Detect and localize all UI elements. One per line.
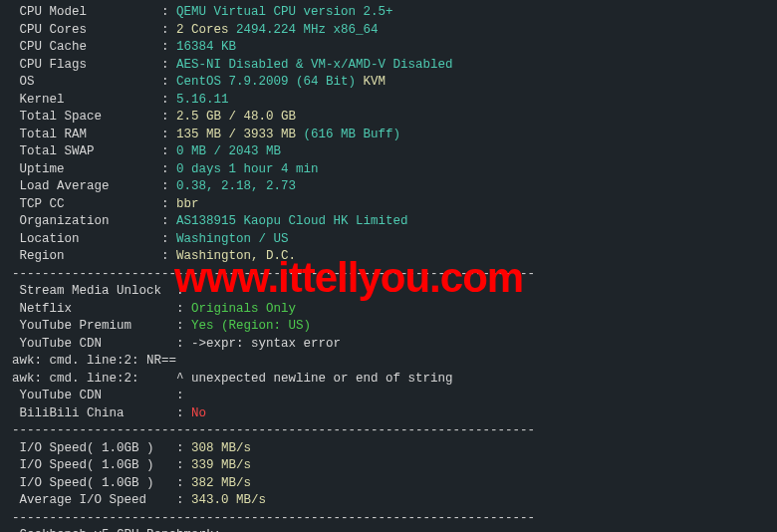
cpu-cache-value: 16384 KB [176, 40, 236, 54]
stream-header: Stream Media Unlock [20, 284, 162, 298]
region-label: Region [20, 249, 65, 263]
tcp-cc-row: TCP CC : bbr [12, 196, 765, 214]
kernel-label: Kernel [20, 93, 65, 107]
bilibili-value: No [191, 406, 206, 420]
kernel-row: Kernel : 5.16.11 [12, 92, 765, 110]
awk-msg: ^ unexpected newline or end of string [176, 372, 453, 386]
youtube-cdn-value: ->expr: syntax error [191, 337, 341, 351]
total-ram-value: 135 MB / 3933 MB [176, 128, 296, 141]
awk-prefix: awk: cmd. line:2: [12, 372, 176, 386]
cpu-model-label: CPU Model [20, 5, 88, 19]
youtube-premium-label: YouTube Premium [20, 319, 132, 333]
io-avg-value: 343.0 MB/s [191, 493, 266, 507]
geekbench-header: Geekbench v5 CPU Benchmark: [20, 528, 222, 532]
cpu-model-value: QEMU Virtual CPU version 2.5+ [176, 5, 393, 19]
io-test3-row: I/O Speed( 1.0GB ) : 382 MB/s [12, 475, 765, 493]
io-test2-row: I/O Speed( 1.0GB ) : 339 MB/s [12, 457, 765, 475]
uptime-value: 0 days 1 hour 4 min [176, 162, 319, 176]
location-row: Location : Washington / US [12, 231, 765, 249]
bilibili-row: BiliBili China : No [12, 405, 765, 423]
cpu-flags-row: CPU Flags : AES-NI Disabled & VM-x/AMD-V… [12, 57, 765, 75]
total-space-row: Total Space : 2.5 GB / 48.0 GB [12, 109, 765, 127]
organization-value: AS138915 Kaopu Cloud HK Limited [176, 214, 408, 228]
load-avg-row: Load Average : 0.38, 2.18, 2.73 [12, 178, 765, 196]
organization-label: Organization [20, 214, 110, 228]
bilibili-label: BiliBili China [20, 406, 125, 420]
cpu-cache-label: CPU Cache [20, 40, 88, 54]
youtube-cdn2-row: YouTube CDN : [12, 388, 765, 405]
os-extra: KVM [364, 75, 387, 89]
geekbench-header-row: Geekbench v5 CPU Benchmark: [12, 527, 765, 532]
io-avg-row: Average I/O Speed : 343.0 MB/s [12, 492, 765, 510]
load-avg-value: 0.38, 2.18, 2.73 [176, 179, 296, 193]
youtube-cdn2-label: YouTube CDN [20, 389, 103, 402]
total-swap-row: Total SWAP : 0 MB / 2043 MB [12, 143, 765, 161]
io-test2-label: I/O Speed( 1.0GB ) [20, 458, 154, 472]
io-test1-row: I/O Speed( 1.0GB ) : 308 MB/s [12, 440, 765, 458]
total-ram-extra: (616 MB Buff) [304, 128, 401, 141]
tcp-cc-value: bbr [176, 197, 199, 211]
uptime-label: Uptime [20, 162, 65, 176]
youtube-premium-value: Yes (Region: US) [191, 319, 311, 333]
awk-error-2: awk: cmd. line:2: ^ unexpected newline o… [12, 371, 765, 389]
location-label: Location [20, 232, 80, 246]
location-value: Washington / US [176, 232, 289, 246]
cpu-cores-extra: 2494.224 MHz x86_64 [236, 23, 379, 37]
cpu-cores-label: CPU Cores [20, 23, 88, 37]
cpu-flags-label: CPU Flags [20, 58, 88, 72]
total-ram-row: Total RAM : 135 MB / 3933 MB (616 MB Buf… [12, 127, 765, 144]
cpu-model-row: CPU Model : QEMU Virtual CPU version 2.5… [12, 4, 765, 22]
total-space-label: Total Space [20, 110, 103, 124]
io-test3-label: I/O Speed( 1.0GB ) [20, 476, 154, 490]
divider: ----------------------------------------… [12, 422, 765, 440]
cpu-cache-row: CPU Cache : 16384 KB [12, 39, 765, 57]
watermark-text: www.ittellyou.com [174, 249, 523, 308]
kernel-value: 5.16.11 [176, 93, 229, 107]
youtube-cdn-label: YouTube CDN [20, 337, 103, 351]
netflix-label: Netflix [20, 302, 73, 316]
cpu-cores-row: CPU Cores : 2 Cores 2494.224 MHz x86_64 [12, 22, 765, 40]
io-test1-label: I/O Speed( 1.0GB ) [20, 441, 154, 455]
youtube-premium-row: YouTube Premium : Yes (Region: US) [12, 318, 765, 336]
uptime-row: Uptime : 0 days 1 hour 4 min [12, 161, 765, 179]
total-swap-value: 0 MB / 2043 MB [176, 144, 281, 158]
total-swap-label: Total SWAP [20, 144, 95, 158]
total-space-value: 2.5 GB / 48.0 GB [176, 110, 296, 124]
youtube-cdn-row: YouTube CDN : ->expr: syntax error [12, 336, 765, 354]
os-row: OS : CentOS 7.9.2009 (64 Bit) KVM [12, 74, 765, 92]
io-test2-value: 339 MB/s [191, 458, 251, 472]
total-ram-label: Total RAM [20, 128, 88, 141]
io-avg-label: Average I/O Speed [20, 493, 147, 507]
load-avg-label: Load Average [20, 179, 110, 193]
io-test3-value: 382 MB/s [191, 476, 251, 490]
cpu-flags-value: AES-NI Disabled & VM-x/AMD-V Disabled [176, 58, 453, 72]
divider: ----------------------------------------… [12, 510, 765, 528]
os-label: OS [20, 75, 35, 89]
os-value: CentOS 7.9.2009 (64 Bit) [176, 75, 356, 89]
organization-row: Organization : AS138915 Kaopu Cloud HK L… [12, 213, 765, 231]
io-test1-value: 308 MB/s [191, 441, 251, 455]
cpu-cores-value: 2 Cores [176, 23, 229, 37]
tcp-cc-label: TCP CC [20, 197, 65, 211]
awk-error-1: awk: cmd. line:2: NR== [12, 353, 765, 371]
